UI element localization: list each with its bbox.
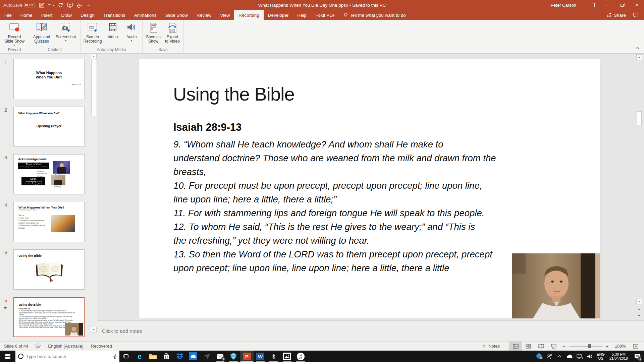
show-hidden-icons-chevron[interactable] [554, 351, 565, 362]
itunes-app-button[interactable] [294, 351, 307, 362]
comments-button[interactable] [631, 10, 641, 20]
export-to-video-button[interactable]: Export to Video [163, 21, 182, 44]
dropbox-button[interactable] [173, 351, 186, 362]
help-tray-icon[interactable]: ? [534, 351, 544, 362]
autosave-toggle[interactable]: AutoSave Off [3, 3, 35, 8]
thumbnail-item-3[interactable]: 3 Acknowledgements Truth of God Restorin… [0, 154, 97, 194]
restore-button[interactable] [614, 0, 629, 10]
edge-browser-button[interactable]: e [133, 351, 146, 362]
scroll-thumb[interactable] [637, 111, 642, 125]
slide-4-thumbnail[interactable]: What Happens When You Die? Introductions… [13, 202, 85, 242]
spellcheck-icon[interactable] [36, 343, 41, 349]
screenshot-button[interactable]: Screenshot ▾ [53, 21, 79, 42]
slide-show-view-button[interactable] [547, 342, 560, 351]
tab-design[interactable]: Design [76, 10, 99, 20]
file-explorer-button[interactable] [146, 351, 160, 362]
notes-pane[interactable]: Click to add notes [97, 320, 644, 341]
customize-qat-icon[interactable] [86, 2, 92, 8]
tab-recording[interactable]: Recording [234, 10, 264, 20]
thumb-scroll-down-icon[interactable]: ▼ [91, 327, 97, 333]
video-button[interactable]: Video [103, 21, 122, 39]
send-app-button[interactable] [200, 351, 213, 362]
microsoft-store-button[interactable] [160, 351, 173, 362]
tab-foxit-pdf[interactable]: Foxit PDF [311, 10, 340, 20]
language-indicator[interactable]: English (Australia) [48, 344, 84, 349]
slide-sorter-view-button[interactable] [522, 342, 535, 351]
notes-placeholder[interactable]: Click to add notes [102, 328, 142, 334]
minimize-button[interactable] [600, 0, 614, 10]
zoom-slider-thumb[interactable] [588, 344, 591, 348]
tab-slide-show[interactable]: Slide Show [161, 10, 192, 20]
tab-developer[interactable]: Developer [264, 10, 293, 20]
recovered-indicator[interactable]: Recovered [91, 344, 112, 349]
scroll-up-icon[interactable]: ▲ [636, 54, 642, 60]
clock-tray[interactable]: 5:30 PM 21/04/2018 [607, 352, 631, 360]
tab-help[interactable]: Help [293, 10, 311, 20]
start-button[interactable] [0, 351, 15, 362]
mail-app-button[interactable]: 1 [213, 351, 227, 362]
volume-tray-icon[interactable] [585, 351, 595, 362]
onedrive-tray-icon[interactable] [565, 351, 575, 362]
slide-1-thumbnail[interactable]: What HappensWhen You Die? 7 April 2018 [13, 59, 85, 99]
thumbnail-item-1[interactable]: 1 What HappensWhen You Die? 7 April 2018 [0, 59, 97, 99]
word-taskbar-button[interactable]: W [254, 351, 267, 362]
normal-view-button[interactable] [509, 342, 522, 351]
notes-toggle-button[interactable]: Notes [482, 344, 500, 349]
search-input[interactable] [26, 354, 110, 359]
audio-button[interactable]: Audio ▾ [122, 21, 141, 42]
zoom-in-button[interactable]: + [603, 343, 611, 349]
signed-in-user[interactable]: Peter Carson [550, 3, 576, 8]
photos-app-button[interactable] [280, 351, 294, 362]
close-button[interactable]: ✕ [629, 0, 644, 10]
taskbar-search-box[interactable] [15, 351, 119, 362]
people-tray-icon[interactable] [544, 351, 554, 362]
tab-file[interactable]: File [0, 10, 16, 20]
sync-app-button[interactable] [227, 351, 240, 362]
slide-2-thumbnail[interactable]: What Happens When You Die? Opening Praye… [13, 107, 85, 147]
slide-scrollbar[interactable]: ▲ ▼ ⏶ ⏷ [636, 54, 642, 320]
apps-and-quizzes-button[interactable]: Apps and Quizzes [31, 21, 53, 44]
reading-view-button[interactable] [535, 342, 547, 351]
thumbnail-item-5[interactable]: 5 Using the Bible [0, 249, 97, 290]
touch-mouse-mode-icon[interactable]: ▾ [76, 2, 82, 8]
redo-icon[interactable] [57, 2, 63, 8]
fit-slide-to-window-button[interactable] [629, 342, 642, 351]
undo-icon[interactable]: ▾ [48, 2, 54, 8]
slide-scripture-heading[interactable]: Isaiah 28:9-13 [173, 121, 241, 133]
tell-me-box[interactable]: Tell me what you want to do [340, 10, 410, 20]
language-tray-indicator[interactable]: ENGUS [595, 352, 607, 360]
foxit-app-button[interactable] [267, 351, 280, 362]
slide-indicator[interactable]: Slide 6 of 44 [4, 344, 28, 349]
tab-draw[interactable]: Draw [57, 10, 76, 20]
share-button[interactable]: Share [603, 13, 629, 18]
record-slide-show-button[interactable]: Record Slide Show ▾ [1, 21, 28, 47]
task-view-button[interactable] [119, 351, 133, 362]
save-as-show-button[interactable]: Save as Show [144, 21, 163, 44]
tab-transitions[interactable]: Transitions [99, 10, 130, 20]
thumb-scroll-up-icon[interactable]: ▲ [91, 54, 97, 59]
next-slide-button[interactable]: ⏷ [636, 313, 642, 319]
previous-slide-button[interactable]: ⏶ [636, 307, 642, 312]
slide-title[interactable]: Using the Bible [173, 83, 294, 105]
tab-animations[interactable]: Animations [130, 10, 161, 20]
tab-home[interactable]: Home [16, 10, 37, 20]
thumb-scroll-thumb[interactable] [91, 60, 96, 116]
scroll-down-icon[interactable]: ▼ [636, 299, 642, 304]
tab-review[interactable]: Review [192, 10, 216, 20]
slide-5-thumbnail[interactable]: Using the Bible [13, 249, 85, 290]
microphone-icon[interactable] [113, 354, 117, 359]
slide-3-thumbnail[interactable]: Acknowledgements Truth of God Restoring … [13, 154, 85, 194]
zoom-out-button[interactable]: − [560, 343, 568, 349]
collapse-ribbon-button[interactable] [635, 45, 639, 51]
zoom-level[interactable]: 108% [611, 344, 626, 349]
thumbnail-scrollbar[interactable]: ▲ ▼ [91, 54, 97, 341]
ribbon-display-options-button[interactable] [585, 0, 600, 10]
powerpoint-taskbar-button[interactable]: P [240, 351, 254, 362]
action-center-button[interactable]: 5 [631, 351, 644, 362]
slide-6-thumbnail[interactable]: Using the Bible Isaiah 28:9-13 9. “Whom … [13, 297, 85, 337]
thumbnail-item-6[interactable]: 6 ★ Using the Bible Isaiah 28:9-13 9. “W… [0, 297, 97, 337]
tab-insert[interactable]: Insert [37, 10, 57, 20]
save-icon[interactable] [39, 2, 45, 8]
tab-view[interactable]: View [216, 10, 234, 20]
screen-recording-button[interactable]: Screen Recording [82, 21, 103, 44]
